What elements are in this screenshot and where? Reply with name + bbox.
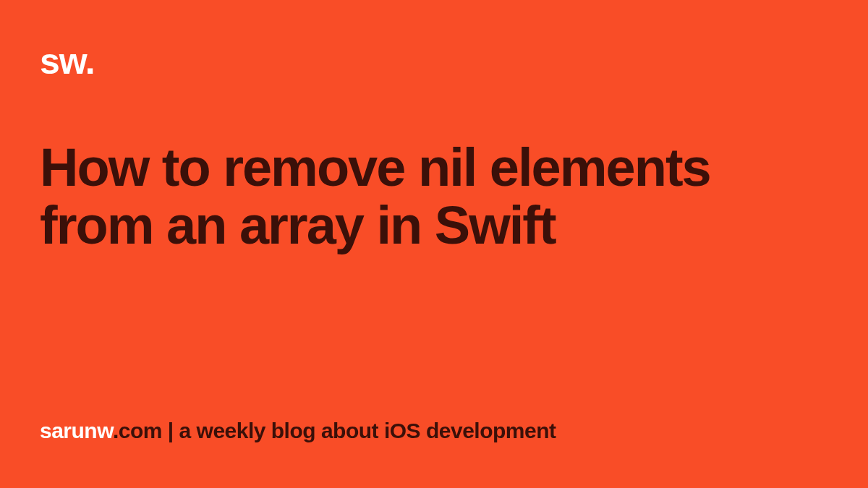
footer-text: sarunw.com | a weekly blog about iOS dev… bbox=[40, 416, 828, 445]
site-logo: sw. bbox=[40, 43, 828, 80]
card-container: sw. How to remove nil elements from an a… bbox=[0, 0, 868, 488]
article-title: How to remove nil elements from an array… bbox=[40, 139, 828, 254]
footer-separator: | bbox=[162, 419, 179, 442]
footer-tagline: a weekly blog about iOS development bbox=[179, 419, 556, 442]
footer-domain: .com bbox=[113, 419, 162, 442]
footer-brand: sarunw bbox=[40, 419, 113, 442]
